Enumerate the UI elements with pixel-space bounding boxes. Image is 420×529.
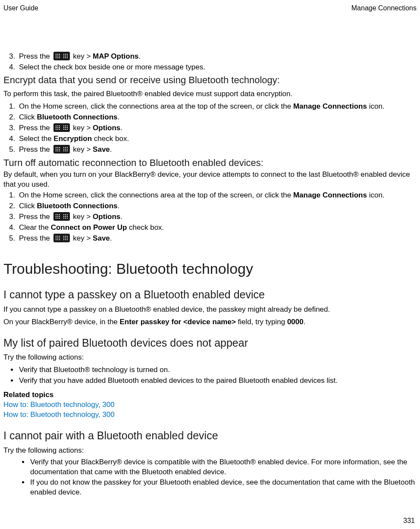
list-item: Click Bluetooth Connections. xyxy=(17,113,417,122)
text: check box. xyxy=(127,223,164,232)
text: On the Home screen, click the connection… xyxy=(19,191,293,199)
text: Click xyxy=(19,113,37,121)
list-item: On the Home screen, click the connection… xyxy=(17,191,417,200)
list-item: Press the key > MAP Options. xyxy=(17,52,417,62)
text: key > xyxy=(71,124,93,132)
bold-text: Save xyxy=(93,145,110,153)
bold-text: Manage Connections xyxy=(293,191,367,199)
bold-text: Bluetooth Connections xyxy=(37,202,118,210)
bold-text: Manage Connections xyxy=(293,102,367,110)
menu-key-icon xyxy=(53,123,70,132)
text: Press the xyxy=(19,52,52,60)
text: On the Home screen, click the connection… xyxy=(19,102,293,110)
bold-text: Options xyxy=(93,213,120,221)
menu-key-icon xyxy=(53,52,70,60)
text: Click xyxy=(19,202,37,210)
bold-text: Enter passkey for <device name> xyxy=(120,318,236,326)
page: User Guide Manage Connections Press the … xyxy=(0,0,420,529)
page-number: 331 xyxy=(403,516,415,526)
related-topics: Related topics How to: Bluetooth technol… xyxy=(3,390,417,420)
passkey-p1: If you cannot type a passkey on a Blueto… xyxy=(3,305,417,315)
text: Select the xyxy=(19,135,53,143)
cant-pair-heading: I cannot pair with a Bluetooth enabled d… xyxy=(3,429,417,443)
text: . xyxy=(118,113,120,121)
text: . xyxy=(110,234,112,242)
cant-pair-intro: Try the following actions: xyxy=(3,446,417,456)
auto-reconnect-steps-list: On the Home screen, click the connection… xyxy=(3,191,417,244)
list-item: Click Bluetooth Connections. xyxy=(17,201,417,211)
no-list-intro: Try the following actions: xyxy=(3,353,417,363)
list-item: Select the Encryption check box. xyxy=(17,134,417,144)
list-item: Clear the Connect on Power Up check box. xyxy=(17,223,417,233)
bold-text: 0000 xyxy=(287,318,304,326)
page-header: User Guide Manage Connections xyxy=(3,3,417,13)
list-item: Verify that your BlackBerry® device is c… xyxy=(29,457,417,477)
text: . xyxy=(120,213,122,221)
no-list-heading: My list of paired Bluetooth devices does… xyxy=(3,336,417,351)
bold-text: Options xyxy=(93,124,120,132)
text: Press the xyxy=(19,234,52,242)
troubleshooting-heading: Troubleshooting: Bluetooth technology xyxy=(3,259,417,279)
menu-key-icon xyxy=(53,234,70,242)
text: icon. xyxy=(367,102,385,110)
menu-key-icon xyxy=(53,212,70,221)
auto-reconnect-heading: Turn off automatic reconnection to Bluet… xyxy=(3,157,417,169)
text: key > xyxy=(71,213,93,221)
list-item: Press the key > Save. xyxy=(17,145,417,155)
list-item: If you do not know the passkey for your … xyxy=(29,478,417,498)
list-item: Verify that Bluetooth® technology is tur… xyxy=(18,365,417,375)
bold-text: MAP Options xyxy=(93,52,138,60)
cant-pair-bullets: Verify that your BlackBerry® device is c… xyxy=(3,457,417,498)
bold-text: Save xyxy=(93,234,110,242)
list-item: On the Home screen, click the connection… xyxy=(17,102,417,112)
text: . xyxy=(304,318,306,326)
related-link-2[interactable]: How to: Bluetooth technology, 300 xyxy=(3,410,115,419)
text: Clear the xyxy=(19,223,51,232)
related-heading: Related topics xyxy=(3,390,417,400)
list-item: Press the key > Save. xyxy=(17,234,417,244)
list-item: Press the key > Options. xyxy=(17,212,417,222)
continued-steps-list: Press the key > MAP Options. Select the … xyxy=(3,52,417,72)
passkey-heading: I cannot type a passkey on a Bluetooth e… xyxy=(3,288,417,302)
text: key > xyxy=(71,234,93,242)
header-left: User Guide xyxy=(3,3,38,13)
list-item: Verify that you have added Bluetooth ena… xyxy=(18,376,417,386)
header-right: Manage Connections xyxy=(351,3,417,13)
text: icon. xyxy=(367,191,385,199)
text: . xyxy=(120,124,122,132)
passkey-p2: On your BlackBerry® device, in the Enter… xyxy=(3,317,417,327)
text: Press the xyxy=(19,145,52,153)
text: key > xyxy=(71,145,93,153)
text: field, try typing xyxy=(236,318,287,326)
auto-reconnect-intro: By default, when you turn on your BlackB… xyxy=(3,170,417,190)
list-item: Press the key > Options. xyxy=(17,123,417,133)
related-link-1[interactable]: How to: Bluetooth technology, 300 xyxy=(3,401,115,409)
text: . xyxy=(118,202,120,210)
encrypt-steps-list: On the Home screen, click the connection… xyxy=(3,102,417,155)
text: . xyxy=(139,52,141,60)
bold-text: Connect on Power Up xyxy=(51,223,127,232)
encrypt-intro: To perform this task, the paired Bluetoo… xyxy=(3,89,417,99)
text: Press the xyxy=(19,213,52,221)
text: . xyxy=(110,145,112,153)
menu-key-icon xyxy=(53,145,70,153)
text: check box. xyxy=(92,135,129,143)
bold-text: Bluetooth Connections xyxy=(37,113,118,121)
no-list-bullets: Verify that Bluetooth® technology is tur… xyxy=(3,365,417,386)
list-item: Select the check box beside one or more … xyxy=(17,63,417,72)
text: Press the xyxy=(19,124,52,132)
page-content: Press the key > MAP Options. Select the … xyxy=(3,52,417,498)
text: key > xyxy=(71,52,93,60)
encrypt-heading: Encrypt data that you send or receive us… xyxy=(3,74,417,87)
text: On your BlackBerry® device, in the xyxy=(3,318,120,326)
bold-text: Encryption xyxy=(53,135,92,143)
